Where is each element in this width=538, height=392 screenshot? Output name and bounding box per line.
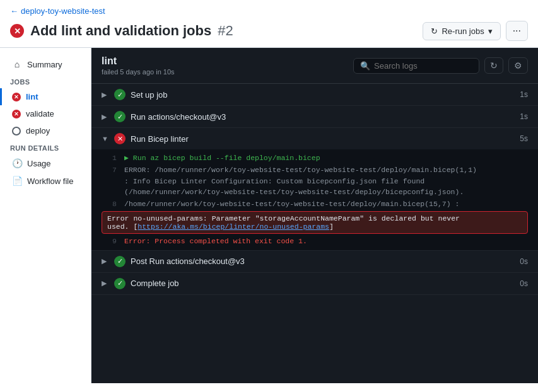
search-input[interactable] [374,61,472,71]
log-line: 8 /home/runner/work/toy-website-test/toy… [91,198,538,210]
main-layout: ⌂ Summary Jobs ✕ lint ✕ validate deploy … [0,48,538,383]
rerun-label: Re-run jobs [442,26,484,36]
content-area: lint failed 5 days ago in 10s 🔍 ↻ ⚙ ▶ ✓ [91,48,538,383]
step-checkout-name: Run actions/checkout@v3 [131,112,226,122]
step-left: ▼ ✕ Run Bicep linter [102,133,189,144]
step-post-checkout: ▶ ✓ Post Run actions/checkout@v3 0s [91,251,538,273]
clock-icon: 🕐 [12,158,22,168]
dots-label: ··· [513,25,521,36]
log-header: lint failed 5 days ago in 10s 🔍 ↻ ⚙ [91,48,538,84]
title-error-icon: ✕ [10,24,24,38]
line-number: 1 [102,153,117,163]
step-left: ▶ ✓ Post Run actions/checkout@v3 [102,256,245,267]
rerun-chevron: ▾ [488,26,493,36]
home-icon: ⌂ [12,59,22,69]
rerun-button[interactable]: ↻ Re-run jobs ▾ [423,22,500,40]
back-link-label: deploy-toy-website-test [21,6,105,16]
step-setup: ▶ ✓ Set up job 1s [91,84,538,106]
log-body: ▶ ✓ Set up job 1s ▶ ✓ Run actions/checko… [91,84,538,295]
step-bicep-name: Run Bicep linter [131,134,189,144]
sidebar-item-deploy[interactable]: deploy [0,122,91,139]
log-subtitle: failed 5 days ago in 10s [102,68,175,76]
step-setup-duration: 1s [520,90,528,99]
step-setup-status: ✓ [114,89,126,100]
chevron-right-icon: ▶ [102,113,109,121]
error-highlight-block: Error no-unused-params: Parameter "stora… [102,211,528,234]
line-content: ▶ Run az bicep build --file deploy/main.… [124,153,320,163]
back-link[interactable]: ← deploy-toy-website-test [10,6,528,16]
step-bicep-status: ✕ [114,133,126,144]
sidebar-item-workflow[interactable]: 📄 Workflow file [0,172,91,190]
step-post-checkout-name: Post Run actions/checkout@v3 [131,257,245,266]
chevron-right-icon: ▶ [102,257,109,265]
chevron-right-icon: ▶ [102,91,109,99]
step-checkout-header[interactable]: ▶ ✓ Run actions/checkout@v3 1s [91,106,538,127]
step-complete-header[interactable]: ▶ ✓ Complete job 0s [91,273,538,294]
lint-error-icon: ✕ [12,93,21,101]
step-setup-header[interactable]: ▶ ✓ Set up job 1s [91,84,538,105]
line-number: 7 [102,164,117,197]
log-line: 7 ERROR: /home/runner/work/toy-website-t… [91,164,538,198]
usage-label: Usage [27,159,51,168]
step-left: ▶ ✓ Complete job [102,278,179,289]
sidebar-item-validate[interactable]: ✕ validate [0,105,91,122]
error-highlight-text: Error no-unused-params: Parameter "stora… [107,214,460,231]
settings-button[interactable]: ⚙ [508,57,528,74]
search-box: 🔍 [353,58,479,74]
file-icon: 📄 [12,176,22,186]
line-number: 9 [102,236,117,246]
step-bicep-header[interactable]: ▼ ✕ Run Bicep linter 5s [91,128,538,149]
step-post-checkout-status: ✓ [114,256,126,267]
step-post-checkout-header[interactable]: ▶ ✓ Post Run actions/checkout@v3 0s [91,251,538,272]
sidebar: ⌂ Summary Jobs ✕ lint ✕ validate deploy … [0,48,91,383]
title-text: Add lint and validation jobs [30,23,211,39]
step-left: ▶ ✓ Run actions/checkout@v3 [102,111,226,122]
log-lines: 1 ▶ Run az bicep build --file deploy/mai… [91,149,538,250]
toolbar-buttons: ↻ Re-run jobs ▾ ··· [423,21,528,41]
step-complete-name: Complete job [131,279,179,288]
step-bicep-duration: 5s [520,134,528,143]
step-setup-name: Set up job [131,90,168,100]
step-complete: ▶ ✓ Complete job 0s [91,273,538,295]
line-number: 8 [102,199,117,209]
step-checkout-status: ✓ [114,111,126,122]
log-title-block: lint failed 5 days ago in 10s [102,55,175,76]
log-line: 9 Error: Process completed with exit cod… [91,235,538,247]
page-title: ✕ Add lint and validation jobs #2 [10,23,233,39]
line-content: /home/runner/work/toy-website-test/toy-w… [124,199,459,209]
run-details-section-label: Run details [0,139,91,154]
title-number: #2 [218,23,233,39]
top-bar: ← deploy-toy-website-test ✕ Add lint and… [0,0,538,48]
sidebar-item-lint[interactable]: ✕ lint [0,88,91,105]
back-arrow: ← [10,6,18,16]
error-link[interactable]: https://aka.ms/bicep/linter/no-unused-pa… [137,222,329,231]
deploy-circle-icon [12,127,21,135]
search-icon: 🔍 [360,61,370,71]
more-options-button[interactable]: ··· [506,21,528,41]
step-bicep-linter: ▼ ✕ Run Bicep linter 5s 1 ▶ Run az bicep… [91,128,538,251]
deploy-label: deploy [26,126,50,135]
rerun-icon: ↻ [431,26,438,36]
chevron-right-icon: ▶ [102,279,109,287]
jobs-section-label: Jobs [0,73,91,88]
line-content: Error: Process completed with exit code … [124,236,307,246]
line-content: ERROR: /home/runner/work/toy-website-tes… [124,164,477,197]
log-job-name: lint [102,55,175,67]
step-checkout-duration: 1s [520,112,528,121]
sidebar-item-usage[interactable]: 🕐 Usage [0,154,91,172]
sidebar-summary-label: Summary [27,60,62,69]
step-complete-duration: 0s [520,279,528,288]
log-line: 1 ▶ Run az bicep build --file deploy/mai… [91,152,538,164]
lint-label: lint [26,92,38,101]
log-controls: 🔍 ↻ ⚙ [353,57,528,74]
step-left: ▶ ✓ Set up job [102,89,168,100]
step-complete-status: ✓ [114,278,126,289]
refresh-button[interactable]: ↻ [484,57,503,74]
chevron-down-icon: ▼ [102,135,109,142]
step-checkout: ▶ ✓ Run actions/checkout@v3 1s [91,106,538,128]
validate-label: validate [26,109,54,118]
step-post-checkout-duration: 0s [520,257,528,266]
workflow-label: Workflow file [27,176,73,186]
sidebar-item-summary[interactable]: ⌂ Summary [0,55,91,73]
validate-error-icon: ✕ [12,110,21,118]
